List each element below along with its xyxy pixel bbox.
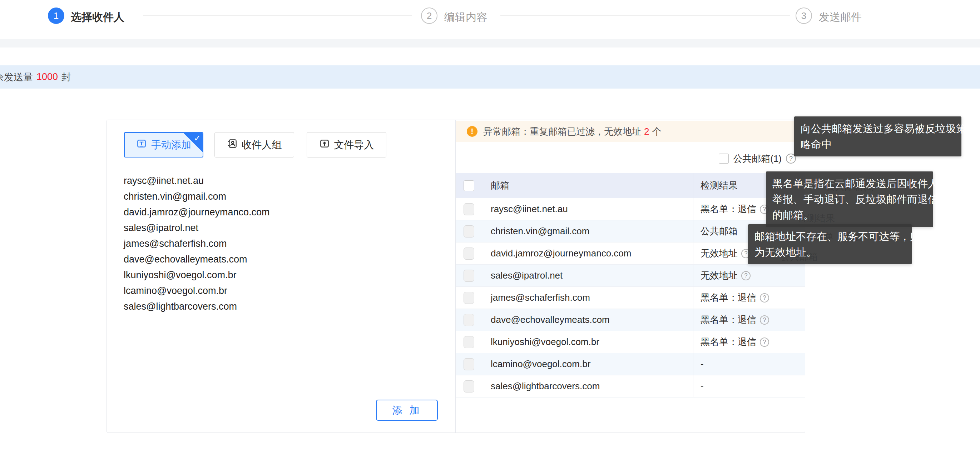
- result-text: 黑名单：退信: [700, 336, 756, 348]
- tooltip-line: 为无效地址。: [754, 244, 905, 260]
- public-mailbox-checkbox[interactable]: [719, 154, 729, 164]
- result-help-icon[interactable]: ?: [741, 271, 751, 280]
- row-checkbox[interactable]: [463, 203, 474, 215]
- recipient-panel: 手动添加 ✓ 收件人组 文件导入 raysc@iinet.net.au chri…: [107, 120, 805, 433]
- tab-recipient-group[interactable]: 收件人组: [215, 132, 294, 157]
- tab-file-import[interactable]: 文件导入: [307, 132, 387, 157]
- row-checkbox[interactable]: [463, 226, 474, 237]
- row-checkbox[interactable]: [463, 314, 474, 326]
- row-result-cell: 无效地址?: [693, 265, 805, 286]
- row-checkbox[interactable]: [463, 292, 474, 304]
- result-text: 无效地址: [700, 269, 738, 282]
- result-help-icon[interactable]: ?: [760, 293, 769, 302]
- header-select-cell: [456, 173, 482, 198]
- step-header: 1 选择收件人 2 编辑内容 3 发送邮件: [0, 0, 980, 39]
- table-row: sales@lightbarcovers.com-: [456, 375, 805, 397]
- row-result-cell: 黑名单：退信?: [693, 331, 805, 353]
- recipient-group-icon: [227, 138, 238, 151]
- quota-count: 1000: [33, 71, 62, 83]
- header-email-cell: 邮箱: [482, 173, 693, 198]
- email-line: david.jamroz@journeymanco.com: [124, 204, 438, 220]
- email-line: dave@echovalleymeats.com: [124, 251, 438, 267]
- step-3-label: 发送邮件: [819, 10, 862, 25]
- select-all-checkbox[interactable]: [463, 180, 474, 191]
- row-checkbox[interactable]: [463, 380, 474, 392]
- warning-text: 异常邮箱：重复邮箱已过滤，无效地址: [483, 126, 641, 138]
- step-2-number: 2: [427, 10, 432, 21]
- row-select-cell: [456, 309, 482, 331]
- row-select-cell: [456, 331, 482, 353]
- result-text: -: [700, 381, 704, 392]
- exclamation-icon: !: [467, 126, 477, 137]
- row-select-cell: [456, 265, 482, 286]
- table-row: lkuniyoshi@voegol.com.br黑名单：退信?: [456, 331, 805, 353]
- add-button[interactable]: 添 加: [376, 400, 438, 421]
- row-email-cell: sales@ipatrol.net: [482, 265, 693, 286]
- table-row: dave@echovalleymeats.com黑名单：退信?: [456, 309, 805, 331]
- row-select-cell: [456, 287, 482, 308]
- warning-suffix: 个: [652, 126, 661, 138]
- step-1-number: 1: [54, 10, 59, 21]
- email-input-area[interactable]: raysc@iinet.net.au christen.vin@gmail.co…: [124, 173, 438, 314]
- step-3-circle: 3: [795, 8, 812, 24]
- table-row: raysc@iinet.net.au黑名单：退信?: [456, 198, 805, 220]
- tab-recipient-group-label: 收件人组: [242, 138, 282, 152]
- tooltip-line: 向公共邮箱发送过多容易被反垃圾策: [800, 121, 955, 137]
- step-1-circle: 1: [48, 8, 64, 24]
- table-header-row: 邮箱 检测结果: [456, 173, 805, 198]
- row-email-cell: raysc@iinet.net.au: [482, 198, 693, 220]
- public-mailbox-label: 公共邮箱(1): [733, 153, 782, 165]
- quota-prefix: 余发送量: [0, 71, 33, 84]
- row-email-cell: sales@lightbarcovers.com: [482, 375, 693, 397]
- result-text: 黑名单：退信: [700, 314, 756, 326]
- tab-manual-add[interactable]: 手动添加 ✓: [124, 132, 204, 157]
- row-checkbox[interactable]: [463, 336, 474, 348]
- row-select-cell: [456, 375, 482, 397]
- row-checkbox[interactable]: [463, 248, 474, 260]
- result-text: 公共邮箱: [700, 225, 738, 237]
- row-email-cell: david.jamroz@journeymanco.com: [482, 243, 693, 264]
- row-email-cell: dave@echovalleymeats.com: [482, 309, 693, 331]
- row-result-cell: 黑名单：退信?: [693, 287, 805, 308]
- row-result-cell: 黑名单：退信?: [693, 309, 805, 331]
- result-text: 无效地址: [700, 247, 738, 260]
- step-connector-2: [500, 15, 790, 16]
- email-line: lkuniyoshi@voegol.com.br: [124, 267, 438, 283]
- tooltip-blacklist: 黑名单是指在云邮通发送后因收件人 举报、手动退订、反垃圾邮件而退信 的邮箱。: [766, 172, 933, 227]
- tooltip-public-mailbox: 向公共邮箱发送过多容易被反垃圾策 略命中: [794, 116, 961, 156]
- row-result-cell: -: [693, 353, 805, 375]
- file-import-icon: [319, 138, 330, 151]
- row-checkbox[interactable]: [463, 358, 474, 370]
- row-select-cell: [456, 243, 482, 264]
- quota-suffix: 封: [62, 71, 71, 84]
- public-mailbox-filter-row: 公共邮箱(1) ?: [719, 151, 796, 166]
- step-1-label: 选择收件人: [71, 10, 124, 25]
- row-email-cell: christen.vin@gmail.com: [482, 220, 693, 242]
- selected-check-icon: ✓: [194, 133, 201, 143]
- table-row: sales@ipatrol.net无效地址?: [456, 265, 805, 287]
- row-email-cell: lkuniyoshi@voegol.com.br: [482, 331, 693, 353]
- step-3-number: 3: [801, 10, 806, 21]
- tooltip-invalid-address: 邮箱地址不存在、服务不可达等，归 为无效地址。: [748, 224, 912, 264]
- tooltip-line: 黑名单是指在云邮通发送后因收件人: [772, 176, 927, 191]
- warning-bar: ! 异常邮箱：重复邮箱已过滤，无效地址 2 个: [456, 121, 805, 142]
- email-line: raysc@iinet.net.au: [124, 173, 438, 189]
- manual-add-icon: [136, 138, 147, 151]
- step-connector-1: [143, 15, 412, 16]
- row-select-cell: [456, 198, 482, 220]
- table-row: lcamino@voegol.com.br-: [456, 353, 805, 375]
- email-line: sales@lightbarcovers.com: [124, 299, 438, 314]
- row-select-cell: [456, 220, 482, 242]
- tooltip-line: 略命中: [800, 137, 955, 152]
- result-help-icon[interactable]: ?: [760, 315, 769, 325]
- quota-banner: 余发送量1000封: [0, 65, 980, 89]
- result-help-icon[interactable]: ?: [760, 337, 769, 347]
- table-row: james@schaferfish.com黑名单：退信?: [456, 287, 805, 309]
- email-line: christen.vin@gmail.com: [124, 189, 438, 204]
- detection-pane: ! 异常邮箱：重复邮箱已过滤，无效地址 2 个 公共邮箱(1) ? 邮箱 检测结…: [456, 120, 805, 432]
- row-email-cell: james@schaferfish.com: [482, 287, 693, 308]
- row-select-cell: [456, 353, 482, 375]
- result-text: 黑名单：退信: [700, 291, 756, 304]
- row-checkbox[interactable]: [463, 270, 474, 282]
- warning-count: 2: [641, 126, 652, 137]
